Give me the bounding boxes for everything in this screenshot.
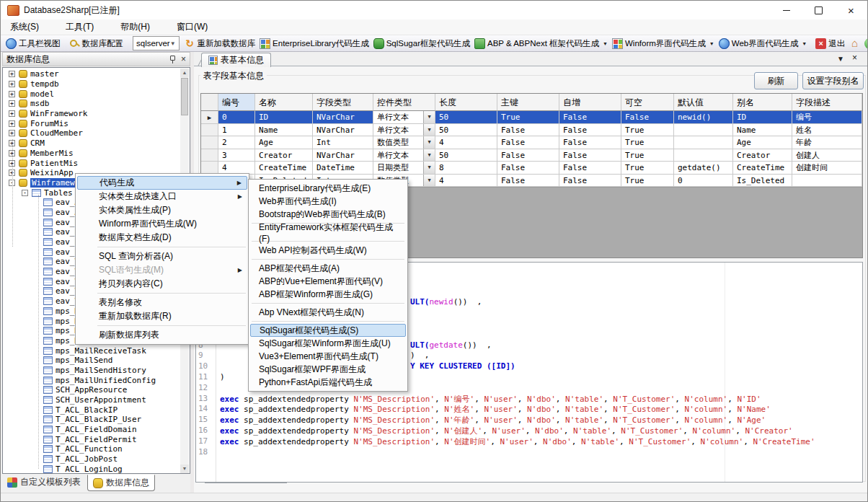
grid-cell[interactable]: 姓名 (792, 124, 862, 137)
tree-item[interactable]: mps_MailReceiveTask (3, 345, 190, 356)
expander-icon[interactable]: + (9, 130, 15, 136)
grid-cell[interactable]: True (621, 175, 674, 188)
grid-cell[interactable]: Age (733, 136, 792, 149)
tree-item[interactable]: +WinFramework (3, 109, 190, 119)
grid-cell[interactable]: 单行文本▼ (373, 124, 435, 137)
tab-list-dropdown-button[interactable]: ▼ (837, 56, 844, 63)
grid-cell[interactable]: 50 (435, 124, 497, 137)
submenu-item[interactable]: ABP的Vue+Element界面代码(V) (250, 275, 406, 288)
grid-cell[interactable]: 50 (435, 111, 497, 124)
grid-cell[interactable]: False (559, 162, 621, 175)
grid-cell[interactable]: NVarChar (313, 111, 373, 124)
tree-item[interactable]: T_ACL_Function (3, 444, 190, 454)
panel-close-icon[interactable]: × (181, 55, 186, 63)
row-selector[interactable]: ▶ (201, 111, 218, 124)
grid-cell[interactable]: False (497, 149, 559, 162)
grid-header-cell[interactable]: 长度 (435, 94, 497, 111)
submenu-item[interactable]: Bootstrap的Web界面代码生成(B) (250, 208, 406, 221)
grid-cell[interactable] (674, 149, 733, 162)
grid-cell[interactable]: False (497, 175, 559, 188)
database-type-combo[interactable]: sqlserver▼ (133, 36, 180, 50)
submenu-item[interactable]: ABP框架Winform界面生成(G) (250, 288, 406, 301)
grid-header-cell[interactable]: 编号 (218, 94, 255, 111)
menu-item-1[interactable]: 工具(T) (56, 19, 103, 35)
refresh-button[interactable]: 刷新 (754, 72, 798, 89)
grid-cell[interactable]: ID (255, 111, 313, 124)
context-menu-item[interactable]: 实体类属性生成(P) (77, 203, 247, 217)
scroll-up-icon[interactable]: ▲ (180, 69, 189, 77)
menu-item-3[interactable]: 窗口(W) (167, 19, 217, 35)
grid-cell[interactable]: NVarChar (313, 124, 373, 137)
toolbar-button-退出[interactable]: ×退出 (813, 38, 847, 50)
row-selector[interactable] (201, 149, 218, 162)
submenu-item[interactable]: SqlSugar框架代码生成(S) (250, 324, 406, 337)
toolbar-button-home[interactable]: ⌂ (847, 38, 862, 50)
set-field-alias-button[interactable]: 设置字段别名 (802, 72, 864, 89)
tree-item[interactable]: +msdb (3, 99, 190, 109)
row-selector[interactable] (201, 136, 218, 149)
grid-cell[interactable]: True (621, 162, 674, 175)
grid-cell[interactable]: 单行文本▼ (373, 149, 435, 162)
tree-item[interactable]: +PatientMis (3, 158, 190, 168)
grid-cell[interactable]: 日期类型▼ (373, 162, 435, 175)
grid-cell[interactable]: 4 (218, 162, 255, 175)
submenu-item[interactable]: Web界面代码生成(I) (250, 195, 406, 208)
grid-cell[interactable]: 3 (218, 149, 255, 162)
grid-cell[interactable]: 2 (218, 136, 255, 149)
tree-item[interactable]: SCH_UserAppointment (3, 395, 190, 405)
submenu-item[interactable]: EnterpriseLibrary代码生成(E) (250, 182, 406, 195)
grid-header-cell[interactable]: 字段类型 (313, 94, 373, 111)
grid-cell[interactable]: False (559, 149, 621, 162)
grid-cell[interactable]: Creator (733, 149, 792, 162)
context-menu-item[interactable]: 拷贝列表内容(C) (77, 277, 247, 291)
grid-cell[interactable]: NVarChar (313, 149, 373, 162)
combo-dropdown-button[interactable]: ▼ (423, 111, 435, 123)
context-menu-item[interactable]: 实体类生成快速入口▶ (77, 190, 247, 203)
tree-item[interactable]: mps_MailSend (3, 356, 190, 366)
grid-cell[interactable]: False (497, 162, 559, 175)
grid-cell[interactable]: False (559, 136, 621, 149)
grid-cell[interactable]: False (559, 111, 621, 124)
grid-header-cell[interactable]: 自增 (559, 94, 621, 111)
tree-item[interactable]: mps_MailUnifiedConfig (3, 375, 190, 385)
expander-icon[interactable]: + (9, 91, 15, 97)
grid-cell[interactable]: True (621, 149, 674, 162)
row-selector[interactable] (201, 124, 218, 137)
expander-icon[interactable]: - (22, 190, 28, 196)
context-menu-item[interactable]: 数据库文档生成(D) (77, 231, 247, 245)
grid-cell[interactable]: Int (313, 136, 373, 149)
combo-dropdown-button[interactable]: ▼ (423, 136, 435, 149)
grid-cell[interactable]: True (621, 124, 674, 137)
tree-item[interactable]: T_ACL_FieldDomain (3, 425, 190, 435)
context-menu-item[interactable]: 重新加载数据库(R) (77, 309, 247, 323)
tree-item[interactable]: +master (3, 69, 190, 79)
maximize-button[interactable] (802, 1, 835, 19)
toolbar-button-工具栏视图[interactable]: 工具栏视图 (4, 38, 63, 50)
tree-item[interactable]: +tempdb (3, 79, 190, 89)
submenu-item[interactable]: SqlSugar框架WPF界面生成 (250, 363, 406, 376)
tab-close-button[interactable]: × (852, 54, 857, 61)
submenu-item[interactable]: EntityFramework实体框架代码生成(F) (250, 226, 406, 239)
grid-header-cell[interactable]: 名称 (255, 94, 313, 111)
toolbar-button-ABP & ABPNext 框架代码生成[interactable]: ABP & ABPNext 框架代码生成▼ (472, 38, 610, 50)
grid-cell[interactable]: False (497, 124, 559, 137)
expander-icon[interactable]: + (9, 81, 15, 87)
menu-item-0[interactable]: 系统(S) (1, 19, 48, 35)
toolbar-button-重新加载数据库[interactable]: ↻重新加载数据库 (182, 38, 258, 50)
tree-item[interactable]: T_ACL_FieldPermit (3, 434, 190, 444)
grid-cell[interactable]: 1 (218, 124, 255, 137)
toolbar-button-SqlSugar框架代码生成[interactable]: SqlSugar框架代码生成 (371, 38, 472, 50)
grid-cell[interactable]: 单行文本▼ (373, 111, 435, 124)
tree-item[interactable]: T_ACL_BlackIP (3, 405, 190, 415)
grid-cell[interactable]: 4 (435, 136, 497, 149)
grid-header-cell[interactable]: 可空 (621, 94, 674, 111)
scroll-down-icon[interactable]: ▼ (180, 464, 189, 473)
expander-icon[interactable]: + (9, 110, 15, 117)
grid-cell[interactable]: True (621, 136, 674, 149)
toolbar-button-数据库配置[interactable]: 数据库配置 (67, 38, 126, 50)
grid-cell[interactable]: 创建人 (792, 149, 862, 162)
submenu-item[interactable]: Abp VNext框架代码生成(N) (250, 306, 406, 319)
grid-cell[interactable]: 编号 (792, 111, 862, 124)
grid-cell[interactable]: False (559, 124, 621, 137)
tree-item[interactable]: +CloudMember (3, 128, 190, 138)
